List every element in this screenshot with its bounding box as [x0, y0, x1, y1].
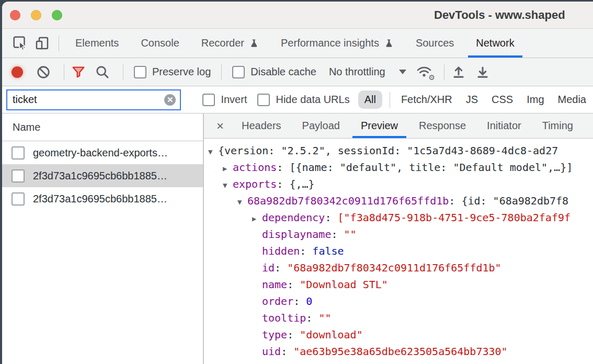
- disable-cache-checkbox[interactable]: [232, 66, 245, 78]
- requests-panel: Name geometry-backend-exports…2f3d73a1c9…: [2, 113, 204, 364]
- hide-data-urls-label: Hide data URLs: [276, 94, 349, 106]
- json-segment: name: [262, 278, 287, 291]
- expand-arrow-icon[interactable]: ▶: [252, 210, 262, 227]
- json-segment: :: [281, 345, 293, 358]
- close-window-button[interactable]: [10, 10, 20, 20]
- divider: [444, 64, 444, 80]
- json-line: uid: "ae63b95e38a65dbe623505a564bb7330": [204, 343, 593, 360]
- json-segment: false: [312, 245, 344, 257]
- tab-console[interactable]: Console: [130, 29, 190, 58]
- json-segment: id: [262, 261, 275, 274]
- json-segment: "download": [300, 328, 362, 341]
- toggle-device-toolbar-button[interactable]: [31, 32, 53, 54]
- json-segment: tooltip: [262, 312, 306, 324]
- detail-tab-payload[interactable]: Payload: [292, 113, 350, 138]
- request-checkbox[interactable]: [12, 192, 25, 206]
- devtools-tab-bar: ElementsConsoleRecorderPerformance insig…: [2, 29, 593, 58]
- detail-tab-bar: × HeadersPayloadPreviewResponseInitiator…: [204, 113, 593, 139]
- title-bar: DevTools - www.shaped: [2, 2, 593, 29]
- search-button[interactable]: [94, 63, 111, 81]
- zoom-window-button[interactable]: [52, 10, 62, 20]
- divider: [221, 64, 222, 80]
- resource-filter-css[interactable]: CSS: [492, 94, 513, 106]
- request-name: 2f3d73a1c9695cb6bb1885…: [33, 193, 167, 205]
- clear-icon: [36, 65, 51, 79]
- request-checkbox[interactable]: [12, 146, 25, 160]
- import-har-button[interactable]: [450, 63, 467, 81]
- json-line: name: "Download STL": [204, 276, 593, 293]
- minimize-window-button[interactable]: [31, 10, 41, 20]
- json-line: tooltip: "": [204, 310, 593, 326]
- json-segment: order: [262, 295, 293, 308]
- tab-network[interactable]: Network: [465, 29, 525, 58]
- invert-label: Invert: [221, 94, 247, 106]
- json-line: ▼{version: "2.5.2", sessionId: "1c5a7d43…: [204, 142, 593, 159]
- filter-input[interactable]: [13, 94, 164, 106]
- request-name: 2f3d73a1c9695cb6bb1885…: [33, 170, 167, 182]
- record-network-log-button[interactable]: [12, 66, 23, 78]
- detail-tab-headers[interactable]: Headers: [231, 113, 292, 138]
- json-line: ▶dependency: ["f3a8d475-918b-4751-9ce5-7…: [204, 209, 593, 226]
- network-conditions-button[interactable]: ⚙: [416, 64, 434, 81]
- collapse-arrow-icon[interactable]: ▼: [237, 194, 247, 210]
- hide-data-urls-checkbox[interactable]: [257, 94, 270, 106]
- expand-arrow-icon[interactable]: ▶: [223, 160, 233, 177]
- detail-tab-timing[interactable]: Timing: [532, 113, 584, 138]
- json-segment: actions: [233, 161, 277, 174]
- collapse-arrow-icon[interactable]: ▼: [223, 177, 233, 194]
- preserve-log-label: Preserve log: [152, 66, 211, 78]
- detail-tab-preview[interactable]: Preview: [350, 113, 408, 138]
- filter-toggle-button[interactable]: [70, 63, 87, 81]
- preserve-log-checkbox[interactable]: [134, 66, 146, 78]
- resource-filter-all[interactable]: All: [358, 90, 382, 109]
- tab-recorder[interactable]: Recorder: [190, 29, 270, 58]
- network-filter-bar: ✕ Invert Hide data URLs AllFetch/XHRJSCS…: [2, 86, 593, 113]
- close-detail-button[interactable]: ×: [209, 113, 231, 138]
- hide-data-urls-control: Hide data URLs: [257, 94, 349, 106]
- json-segment: hidden: [262, 245, 300, 257]
- tab-label: Network: [476, 37, 514, 49]
- request-name: geometry-backend-exports…: [33, 147, 168, 159]
- json-segment: "68a982db7f80342c0911d176f65ffd1b": [287, 261, 501, 274]
- tab-elements[interactable]: Elements: [64, 29, 130, 58]
- resource-filter-fetch-xhr[interactable]: Fetch/XHR: [401, 94, 452, 106]
- collapse-arrow-icon[interactable]: ▼: [208, 143, 218, 160]
- download-icon: [475, 64, 491, 80]
- table-row[interactable]: 2f3d73a1c9695cb6bb1885…: [2, 164, 203, 187]
- invert-checkbox[interactable]: [202, 94, 215, 106]
- json-segment: :: [287, 278, 300, 291]
- clear-filter-icon[interactable]: ✕: [164, 94, 176, 106]
- divider: [390, 92, 390, 108]
- disable-cache-control: Disable cache: [232, 66, 316, 78]
- filter-funnel-icon: [71, 65, 86, 79]
- resource-filter-img[interactable]: Img: [527, 94, 544, 106]
- json-line: ▼exports: {,…}: [204, 176, 593, 192]
- name-column-header[interactable]: Name: [2, 113, 203, 141]
- throttling-dropdown[interactable]: No throttling: [329, 66, 406, 78]
- divider: [59, 36, 59, 51]
- window-controls: [10, 10, 62, 20]
- resource-filter-media[interactable]: Media: [558, 94, 586, 106]
- table-row[interactable]: 2f3d73a1c9695cb6bb1885…: [2, 187, 203, 210]
- flask-icon: [249, 38, 259, 49]
- json-segment: 68a982db7f80342c0911d176f65ffd1b: [247, 195, 449, 207]
- tab-performance-insights[interactable]: Performance insights: [270, 29, 405, 58]
- json-line: hidden: false: [204, 243, 593, 259]
- json-segment: "": [344, 228, 357, 241]
- window-title: DevTools - www.shaped: [434, 2, 565, 28]
- export-har-button[interactable]: [474, 63, 492, 81]
- inspect-element-button[interactable]: [9, 32, 31, 54]
- json-segment: :: [325, 211, 337, 224]
- clear-network-log-button[interactable]: [35, 63, 52, 81]
- request-checkbox[interactable]: [12, 169, 25, 183]
- detail-tab-initiator[interactable]: Initiator: [476, 113, 532, 138]
- resource-filter-js[interactable]: JS: [466, 94, 478, 106]
- table-row[interactable]: geometry-backend-exports…: [2, 141, 203, 164]
- tab-sources[interactable]: Sources: [405, 29, 465, 58]
- json-segment: :: [306, 312, 318, 324]
- detail-tab-response[interactable]: Response: [408, 113, 476, 138]
- tab-label: Console: [141, 37, 179, 49]
- inspect-cursor-icon: [12, 35, 29, 52]
- gear-icon: ⚙: [428, 73, 435, 82]
- json-segment: : [{name: "default", title: "Default mod…: [277, 161, 573, 174]
